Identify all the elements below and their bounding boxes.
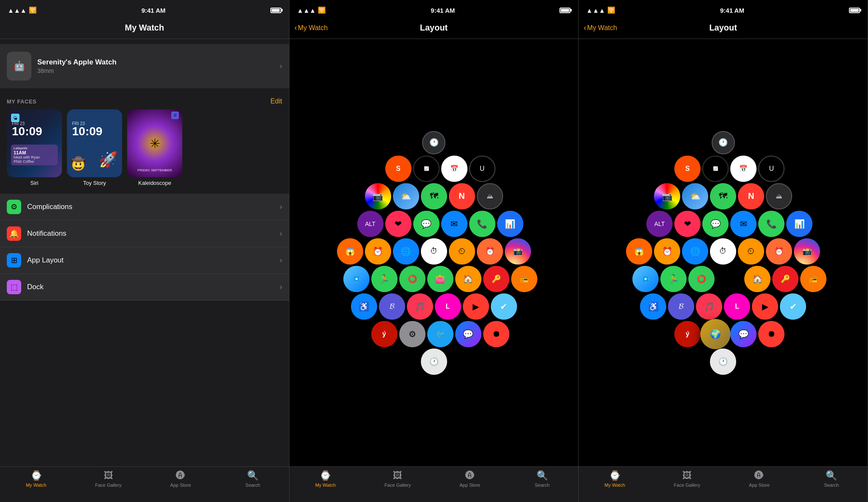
app-icon-authy[interactable]: 🔑 — [483, 266, 509, 292]
tab-face-gallery-3[interactable]: 🖼 Face Gallery — [651, 470, 723, 488]
app-icon-music[interactable]: 🎵 — [407, 293, 433, 320]
menu-item-notifications[interactable]: 🔔 Notifications › — [0, 220, 289, 247]
back-button-2[interactable]: ‹ My Watch — [295, 23, 328, 32]
app-icon-settings[interactable]: ⚙ — [399, 321, 426, 347]
app-icon-3-timer2[interactable]: ⏰ — [766, 238, 792, 265]
back-button-3[interactable]: ‹ My Watch — [584, 23, 617, 32]
app-grid-2[interactable]: 🕐 S 📈 📅 U 📷 ⛅ 🗺 N ⛰ — [289, 39, 579, 502]
app-icon-3-heart[interactable]: ❤ — [674, 211, 701, 237]
app-icon-mr-face[interactable]: 😱 — [337, 238, 363, 265]
app-icon-3-news[interactable]: N — [738, 183, 764, 209]
app-icon-liftoff[interactable]: 𝓑 — [379, 293, 405, 320]
app-icon-infuse[interactable]: ▶ — [463, 293, 489, 320]
tab-my-watch-3[interactable]: ⌚ My Watch — [579, 470, 651, 488]
app-icon-messages[interactable]: 💬 — [413, 211, 440, 237]
app-icon-remote[interactable]: ⛰ — [477, 183, 503, 209]
app-icon-3-globe[interactable]: 🌐 — [682, 238, 708, 265]
app-icon-3-infuse[interactable]: ▶ — [752, 293, 778, 320]
app-icon-3-worldclock[interactable]: ⏱ — [710, 238, 736, 265]
tab-search-1[interactable]: 🔍 Search — [217, 470, 289, 488]
app-icon-fitness[interactable]: 🏃 — [371, 266, 398, 292]
app-icon-timer1[interactable]: ⏲ — [449, 238, 475, 265]
app-icon-3-music[interactable]: 🎵 — [696, 293, 722, 320]
app-icon-apogee[interactable]: ALT — [357, 211, 384, 237]
face-card-toystory[interactable]: FRI 23 10:09 🚀 🤠 Toy Story — [67, 109, 122, 186]
edit-button[interactable]: Edit — [270, 98, 282, 105]
app-icon-3-liftoff[interactable]: 𝓑 — [668, 293, 694, 320]
app-icon-weather[interactable]: ⛅ — [393, 183, 419, 209]
app-icon-3-fitness[interactable]: 🏃 — [660, 266, 687, 292]
app-icon-heart[interactable]: ❤ — [385, 211, 412, 237]
app-icon-3-maps[interactable]: 🗺 — [710, 183, 736, 209]
app-icon-stocks[interactable]: 📈 — [413, 156, 440, 182]
app-icon-lyft[interactable]: L — [435, 293, 461, 320]
tab-app-store-3[interactable]: 🅐 App Store — [723, 470, 795, 488]
tab-face-gallery-1[interactable]: 🖼 Face Gallery — [72, 470, 144, 488]
app-icon-3-stocks[interactable]: 📈 — [702, 156, 729, 182]
face-card-kaleido[interactable]: 𝓑 ✳ FRIDAY, SEPTEMBER Kaleidoscope — [127, 109, 182, 186]
tab-search-2[interactable]: 🔍 Search — [506, 470, 578, 488]
app-icon-worldclock[interactable]: ⏱ — [421, 238, 447, 265]
app-icon-3-calendar[interactable]: 📅 — [730, 156, 757, 182]
face-card-siri[interactable]: 🌤 FRI 23 10:09 Lafayette 11AM Meet with … — [7, 109, 62, 186]
app-icon-photos[interactable]: 📷 — [365, 183, 391, 209]
app-icon-3-timer1[interactable]: ⏲ — [738, 238, 764, 265]
app-icon-3-overcast[interactable]: 📻 — [800, 266, 826, 292]
app-icon-3-wallet-dragging[interactable]: 🌍 — [701, 319, 731, 349]
app-icon-clock-top[interactable]: 🕐 — [422, 131, 445, 154]
app-icon-3-photos[interactable]: 📷 — [654, 183, 680, 209]
menu-item-dock[interactable]: ⬚ Dock › — [0, 274, 289, 301]
menu-item-complications[interactable]: ⚙ Complications › — [0, 194, 289, 220]
app-icon-calendar[interactable]: 📅 — [441, 156, 467, 182]
app-icon-3-home[interactable]: 🏠 — [744, 266, 771, 292]
app-icon-tweetbot[interactable]: 🐦 — [427, 321, 453, 347]
app-icon-3-weather[interactable]: ⛅ — [682, 183, 708, 209]
app-icon-record[interactable]: ⏺ — [483, 321, 509, 347]
app-icon-keynote[interactable]: 📊 — [497, 211, 523, 237]
app-icon-uber[interactable]: U — [469, 156, 495, 182]
app-icon-3-uber[interactable]: U — [758, 156, 785, 182]
app-icon-3-phone[interactable]: 📞 — [758, 211, 785, 237]
tab-app-store-1[interactable]: 🅐 App Store — [145, 470, 217, 488]
app-icon-globe[interactable]: 🌐 — [393, 238, 419, 265]
app-icon-3-alarm[interactable]: ⏰ — [654, 238, 680, 265]
tab-my-watch-2[interactable]: ⌚ My Watch — [289, 470, 362, 488]
app-icon-news[interactable]: N — [449, 183, 475, 209]
app-icon-3-record[interactable]: ⏺ — [758, 321, 785, 347]
app-icon-3-clock-top[interactable]: 🕐 — [712, 131, 735, 154]
app-icon-3-tick[interactable]: ✔ — [780, 293, 806, 320]
app-icon-3-face[interactable]: 😱 — [626, 238, 652, 265]
app-icon-tick[interactable]: ✔ — [491, 293, 517, 320]
app-icon-3-worldclock-bottom[interactable]: 🕐 — [710, 349, 736, 375]
app-icon-overcast[interactable]: 📻 — [511, 266, 537, 292]
app-icon-instagram[interactable]: 📸 — [505, 238, 531, 265]
app-icon-strava[interactable]: S — [385, 156, 412, 182]
app-icon-yelp[interactable]: ý — [371, 321, 398, 347]
app-icon-3-yelp[interactable]: ý — [674, 321, 701, 347]
app-icon-accessibility[interactable]: ♿ — [351, 293, 377, 320]
app-icon-alarm[interactable]: ⏰ — [365, 238, 391, 265]
app-icon-mail[interactable]: ✉ — [441, 211, 467, 237]
app-icon-worldclock-bottom[interactable]: 🕐 — [421, 349, 447, 375]
menu-item-applayout[interactable]: ⊞ App Layout › — [0, 247, 289, 274]
app-icon-3-messages[interactable]: 💬 — [702, 211, 729, 237]
app-icon-3-mail[interactable]: ✉ — [730, 211, 757, 237]
app-icon-3-messenger[interactable]: 💬 — [730, 321, 757, 347]
app-icon-3-authy[interactable]: 🔑 — [772, 266, 798, 292]
app-icon-maps[interactable]: 🗺 — [421, 183, 447, 209]
app-icon-3-keynote[interactable]: 📊 — [786, 211, 812, 237]
app-grid-3[interactable]: 🕐 S 📈 📅 U 📷 ⛅ 🗺 N ⛰ ALT ❤ — [579, 39, 868, 502]
app-icon-breathe[interactable]: 💠 — [343, 266, 370, 292]
app-icon-3-strava[interactable]: S — [674, 156, 701, 182]
app-icon-3-breathe[interactable]: 💠 — [632, 266, 659, 292]
app-icon-3-accessibility[interactable]: ♿ — [640, 293, 666, 320]
app-icon-3-instagram[interactable]: 📸 — [794, 238, 820, 265]
app-icon-timer2[interactable]: ⏰ — [477, 238, 503, 265]
tab-face-gallery-2[interactable]: 🖼 Face Gallery — [362, 470, 434, 488]
tab-search-3[interactable]: 🔍 Search — [796, 470, 868, 488]
app-icon-phone[interactable]: 📞 — [469, 211, 495, 237]
app-icon-messenger[interactable]: 💬 — [455, 321, 481, 347]
app-icon-home[interactable]: 🏠 — [455, 266, 481, 292]
watch-device[interactable]: 🤖 Serenity's Apple Watch 38mm › — [0, 44, 289, 88]
tab-app-store-2[interactable]: 🅐 App Store — [434, 470, 506, 488]
